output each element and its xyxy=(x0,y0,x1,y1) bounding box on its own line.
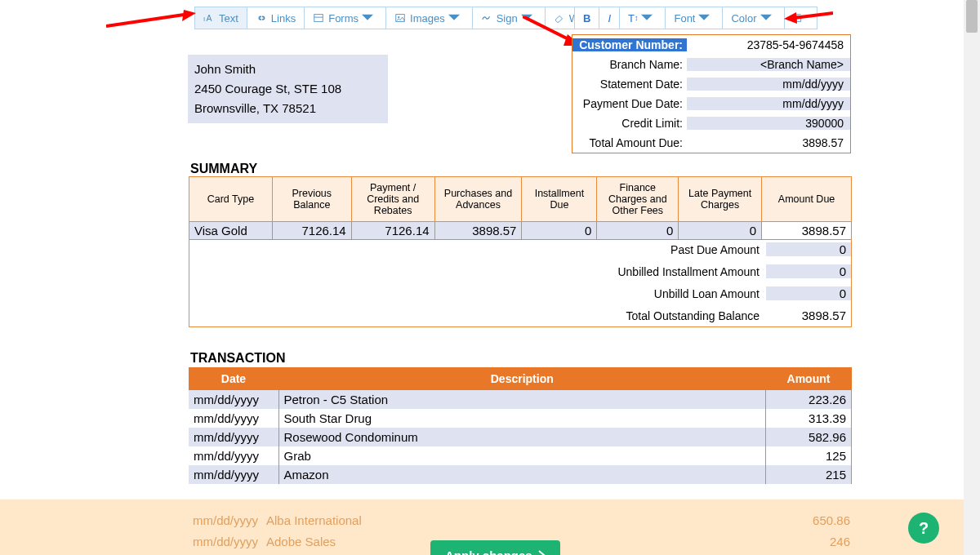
total-outstanding-value: 3898.57 xyxy=(766,309,851,322)
svg-text:A: A xyxy=(207,13,212,23)
customer-address-block[interactable]: John Smith 2450 Courage St, STE 108 Brow… xyxy=(188,55,388,123)
color-button[interactable]: Color xyxy=(723,7,784,29)
cell-installment: 0 xyxy=(522,222,597,240)
text-tool-label: Text xyxy=(219,12,238,24)
textsize-label: T xyxy=(628,12,635,24)
customer-number-value: 23785-54-9674458 xyxy=(687,38,850,51)
unbilled-loan-label: Unbilld Loan Amount xyxy=(189,287,766,300)
past-due-value[interactable]: 0 xyxy=(766,242,851,256)
transaction-table: Date Description Amount mm/dd/yyyyPetron… xyxy=(189,367,852,484)
table-row[interactable]: mm/dd/yyyyRosewood Condominum582.96 xyxy=(189,428,852,446)
col-date: Date xyxy=(189,367,278,390)
unbilled-installment-value[interactable]: 0 xyxy=(766,264,851,278)
svg-text:I: I xyxy=(203,16,205,23)
links-tool-button[interactable]: Links xyxy=(247,7,305,29)
font-button[interactable]: Font xyxy=(666,7,723,29)
bold-button[interactable]: B xyxy=(574,7,599,29)
sign-tool-button[interactable]: Sign xyxy=(473,7,546,29)
credit-limit-label: Credit Limit: xyxy=(572,117,687,130)
svg-rect-2 xyxy=(314,15,323,22)
scrollbar-thumb[interactable] xyxy=(966,0,978,33)
col-amount: Amount xyxy=(766,367,852,390)
text-size-button[interactable]: T↕ xyxy=(620,7,666,29)
summary-footer: Past Due Amount 0 Unbilled Installment A… xyxy=(189,238,852,327)
main-toolbar: IA Text Links Forms Images Sign Whiteout xyxy=(194,7,620,29)
eraser-icon xyxy=(554,12,565,24)
text-icon: IA xyxy=(203,12,215,24)
apply-label: Apply changes xyxy=(445,548,532,555)
col-payment: Payment / Credits and Rebates xyxy=(351,177,434,222)
col-card-type: Card Type xyxy=(189,177,273,222)
chevron-right-icon xyxy=(537,548,546,555)
customer-number-label[interactable]: Customer Number: xyxy=(572,38,687,51)
format-toolbar: B I T↕ Font Color xyxy=(574,7,817,29)
sign-tool-label: Sign xyxy=(497,12,518,24)
customer-name: John Smith xyxy=(194,60,381,79)
table-row[interactable]: mm/dd/yyyyGrab125 xyxy=(189,446,852,465)
caret-down-icon xyxy=(760,12,772,24)
sign-icon xyxy=(481,12,492,24)
caret-down-icon xyxy=(448,12,460,24)
col-purchases: Purchases and Advances xyxy=(434,177,522,222)
summary-table: Card Type Previous Balance Payment / Cre… xyxy=(189,176,852,240)
form-icon xyxy=(313,12,324,24)
due-date-label: Payment Due Date: xyxy=(572,97,687,110)
total-outstanding-label: Total Outstanding Balance xyxy=(189,309,766,322)
credit-limit-value[interactable]: 390000 xyxy=(687,117,850,130)
images-tool-button[interactable]: Images xyxy=(386,7,473,29)
col-installment: Installment Due xyxy=(522,177,597,222)
transaction-heading: TRANSACTION xyxy=(190,351,285,366)
customer-addr2: Brownsville, TX 78521 xyxy=(194,99,381,118)
cell-finance: 0 xyxy=(597,222,679,240)
link-icon xyxy=(256,12,267,24)
cell-purchases: 3898.57 xyxy=(434,222,522,240)
col-desc: Description xyxy=(278,367,766,390)
table-row[interactable]: mm/dd/yyyyAmazon215 xyxy=(189,465,852,484)
customer-addr1: 2450 Courage St, STE 108 xyxy=(194,79,381,99)
col-late: Late Payment Charges xyxy=(679,177,762,222)
col-prev-bal: Previous Balance xyxy=(272,177,351,222)
images-tool-label: Images xyxy=(410,12,445,24)
caret-down-icon xyxy=(362,12,373,24)
cell-late: 0 xyxy=(679,222,762,240)
vertical-scrollbar[interactable] xyxy=(964,0,980,555)
trash-icon xyxy=(793,12,804,24)
delete-button[interactable] xyxy=(785,7,817,29)
font-label: Font xyxy=(674,12,695,24)
table-row[interactable]: mm/dd/yyyySouth Star Drug313.39 xyxy=(189,409,852,428)
total-due-label: Total Amount Due: xyxy=(572,136,687,149)
help-icon: ? xyxy=(919,519,929,538)
image-icon xyxy=(394,12,406,24)
table-row[interactable]: mm/dd/yyyyPetron - C5 Station223.26 xyxy=(189,390,852,409)
past-due-label: Past Due Amount xyxy=(189,243,766,256)
branch-value[interactable]: <Branch Name> xyxy=(687,58,850,71)
cell-prev-bal: 7126.14 xyxy=(272,222,351,240)
branch-label: Branch Name: xyxy=(572,58,687,71)
col-amount-due: Amount Due xyxy=(762,177,852,222)
col-finance: Finance Charges and Other Fees xyxy=(597,177,679,222)
italic-button[interactable]: I xyxy=(599,7,620,29)
text-tool-button[interactable]: IA Text xyxy=(194,7,247,29)
caret-down-icon xyxy=(641,12,653,24)
statement-date-value[interactable]: mm/dd/yyyy xyxy=(687,78,850,91)
svg-point-5 xyxy=(398,16,399,18)
editor-canvas: IA Text Links Forms Images Sign Whiteout xyxy=(0,0,964,555)
due-date-value[interactable]: mm/dd/yyyy xyxy=(687,97,850,110)
summary-row[interactable]: Visa Gold 7126.14 7126.14 3898.57 0 0 0 … xyxy=(189,222,852,240)
unbilled-installment-label: Unbilled Installment Amount xyxy=(189,265,766,278)
apply-changes-button[interactable]: Apply changes xyxy=(430,540,560,555)
forms-tool-button[interactable]: Forms xyxy=(305,7,386,29)
svg-line-6 xyxy=(106,15,184,26)
account-info-box: Customer Number: 23785-54-9674458 Branch… xyxy=(572,34,851,153)
unbilled-loan-value[interactable]: 0 xyxy=(766,286,851,300)
cell-payment: 7126.14 xyxy=(351,222,434,240)
annotation-arrow xyxy=(106,8,196,33)
cell-card-type: Visa Gold xyxy=(189,222,273,240)
caret-down-icon xyxy=(698,12,710,24)
color-label: Color xyxy=(731,12,756,24)
summary-heading: SUMMARY xyxy=(190,162,257,176)
forms-tool-label: Forms xyxy=(328,12,359,24)
help-button[interactable]: ? xyxy=(908,513,939,544)
caret-down-icon xyxy=(521,12,532,24)
cell-amount-due: 3898.57 xyxy=(762,222,852,240)
